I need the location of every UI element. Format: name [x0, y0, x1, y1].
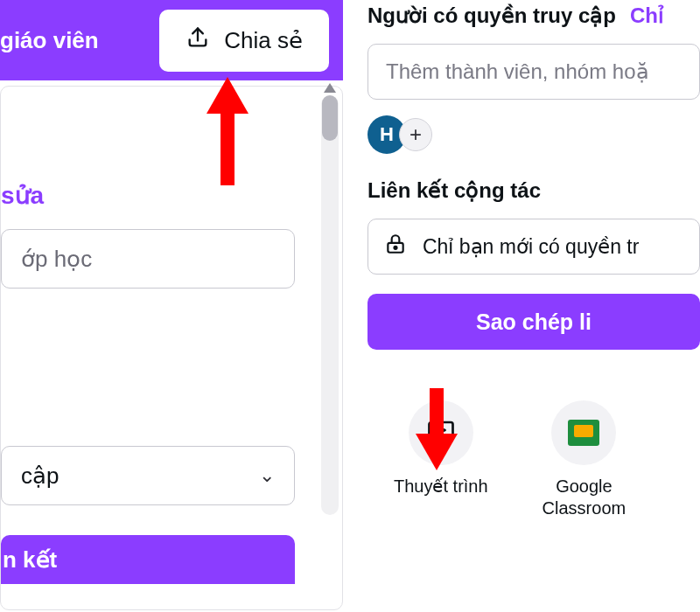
- access-dropdown[interactable]: cập ⌄: [1, 446, 295, 505]
- link-permission-text: Chỉ bạn mới có quyền tr: [423, 235, 639, 259]
- option-google-classroom[interactable]: Google Classroom: [542, 400, 626, 519]
- class-input[interactable]: ớp học: [1, 229, 295, 289]
- option-gc-label: Google Classroom: [542, 476, 626, 519]
- chevron-down-icon: ⌄: [259, 464, 275, 487]
- access-heading-row: Người có quyền truy cập Chỉ: [368, 3, 700, 28]
- link-permission-dropdown[interactable]: Chỉ bạn mới có quyền tr: [368, 219, 700, 275]
- scrollbar-thumb[interactable]: [322, 95, 338, 141]
- share-options-row: Thuyết trình Google Classroom: [368, 400, 700, 519]
- edit-heading: sửa: [1, 181, 326, 210]
- avatar-initial: H: [380, 123, 394, 146]
- right-panel: Người có quyền truy cập Chỉ Thêm thành v…: [350, 0, 700, 612]
- share-button-label: Chia sẻ: [224, 27, 303, 54]
- option-present-label: Thuyết trình: [394, 476, 488, 497]
- add-avatar-button[interactable]: +: [399, 118, 432, 151]
- option-present[interactable]: Thuyết trình: [394, 400, 488, 519]
- link-action-label: n kết: [3, 546, 57, 574]
- left-panel: giáo viên Chia sẻ sửa ớp học: [0, 0, 350, 612]
- collab-heading: Liên kết cộng tác: [368, 178, 700, 203]
- svg-point-1: [394, 247, 396, 249]
- add-member-placeholder: Thêm thành viên, nhóm hoặ: [386, 59, 649, 84]
- share-button[interactable]: Chia sẻ: [159, 10, 329, 72]
- share-dropdown-card: sửa ớp học cập ⌄ n kết: [0, 86, 343, 610]
- lock-icon: [384, 232, 407, 261]
- copy-link-button[interactable]: Sao chép li: [368, 294, 700, 350]
- link-action-bar[interactable]: n kết: [1, 535, 295, 584]
- google-classroom-icon: [551, 400, 616, 465]
- editor-header-bar: giáo viên Chia sẻ: [0, 0, 343, 80]
- upload-icon: [186, 25, 210, 56]
- avatar-row: H +: [368, 115, 700, 154]
- present-icon: [409, 400, 473, 465]
- class-input-placeholder: ớp học: [21, 246, 92, 273]
- access-heading: Người có quyền truy cập: [368, 3, 616, 28]
- access-edit-link[interactable]: Chỉ: [630, 3, 664, 28]
- header-role-label: giáo viên: [0, 27, 99, 54]
- scrollbar-track[interactable]: [321, 95, 339, 515]
- access-dropdown-label: cập: [21, 462, 59, 490]
- copy-link-label: Sao chép li: [476, 309, 592, 334]
- add-member-input[interactable]: Thêm thành viên, nhóm hoặ: [368, 44, 700, 100]
- scroll-up-icon[interactable]: [324, 83, 336, 93]
